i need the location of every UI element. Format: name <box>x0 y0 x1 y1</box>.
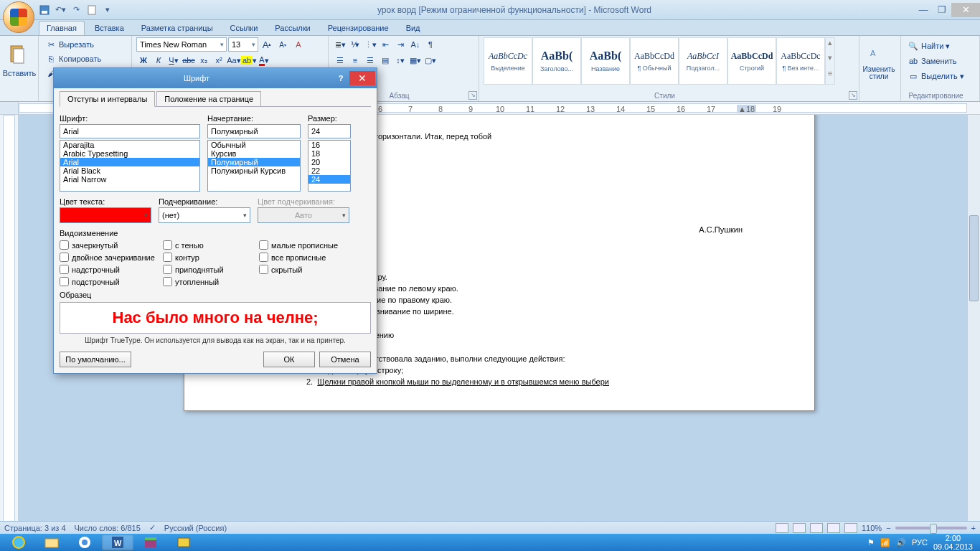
gallery-up-icon[interactable]: ▴ <box>826 38 834 53</box>
dialog-tab-font[interactable]: Отступы и интервалы <box>60 91 155 107</box>
borders-button[interactable]: ▢▾ <box>423 53 438 67</box>
font-list[interactable]: Aparajita Arabic Typesetting Arial Arial… <box>60 140 200 192</box>
check-strike[interactable]: зачеркнутый <box>60 240 160 250</box>
tray-clock[interactable]: 2:00 09.04.2013 <box>933 534 973 551</box>
cut-button[interactable]: ✂Вырезать <box>43 37 127 52</box>
zoom-in-button[interactable]: + <box>971 524 976 532</box>
tab-layout[interactable]: Разметка страницы <box>134 22 220 35</box>
check-hidden[interactable]: скрытый <box>259 265 359 274</box>
new-doc-icon[interactable] <box>85 3 99 17</box>
check-engrave[interactable]: утопленный <box>163 277 256 286</box>
subscript-button[interactable]: x₂ <box>197 53 211 67</box>
tab-view[interactable]: Вид <box>399 22 428 35</box>
shrink-font-icon[interactable]: A▾ <box>275 37 290 52</box>
highlight-button[interactable]: ab▾ <box>242 53 256 67</box>
style-heading[interactable]: AaBb(Заголово... <box>532 37 581 85</box>
tray-network-icon[interactable]: 📶 <box>880 538 890 547</box>
style-nospacing[interactable]: AaBbCcDc¶ Без инте... <box>776 37 825 85</box>
style-emphasis[interactable]: AaBbCcDcВыделение <box>484 37 532 85</box>
check-emboss[interactable]: приподнятый <box>163 265 256 274</box>
font-name-combo[interactable]: Times New Roman <box>136 37 227 52</box>
view-draft-button[interactable] <box>844 523 857 533</box>
tab-home[interactable]: Главная <box>39 21 85 35</box>
cancel-button[interactable]: Отмена <box>319 352 371 367</box>
underline-combo[interactable]: (нет) <box>159 207 250 223</box>
style-list[interactable]: Обычный Курсив Полужирный Полужирный Кур… <box>207 140 301 192</box>
styles-launcher-icon[interactable]: ↘ <box>849 91 857 100</box>
redo-icon[interactable]: ↷ <box>69 3 83 17</box>
style-subtitle[interactable]: AaBbCcIПодзагол... <box>679 37 727 85</box>
grow-font-icon[interactable]: A▴ <box>260 37 274 52</box>
sort-button[interactable]: A↓ <box>408 37 423 52</box>
zoom-level[interactable]: 110% <box>862 524 882 532</box>
bullets-button[interactable]: ≣▾ <box>333 37 347 52</box>
dialog-help-button[interactable]: ? <box>332 71 349 85</box>
check-allcaps[interactable]: все прописные <box>259 253 359 262</box>
dialog-close-button[interactable]: ✕ <box>349 71 375 85</box>
paste-button[interactable]: Вставить <box>4 37 34 85</box>
tab-review[interactable]: Рецензирование <box>321 22 396 35</box>
style-strong[interactable]: AaBbCcDdСтрогий <box>727 37 776 85</box>
indent-dec-button[interactable]: ⇤ <box>378 37 392 52</box>
view-outline-button[interactable] <box>827 523 840 533</box>
font-color-button[interactable]: A▾ <box>257 53 271 67</box>
style-title[interactable]: AaBb(Название <box>581 37 630 85</box>
taskbar-chrome-icon[interactable] <box>69 534 100 550</box>
dialog-titlebar[interactable]: Шрифт ? ✕ <box>54 68 377 88</box>
status-page[interactable]: Страница: 3 из 4 <box>4 524 66 532</box>
styles-gallery[interactable]: AaBbCcDcВыделение AaBb(Заголово... AaBb(… <box>484 37 854 85</box>
change-styles-button[interactable]: A Изменить стили <box>864 37 894 85</box>
save-icon[interactable] <box>37 3 52 17</box>
gallery-down-icon[interactable]: ▾ <box>826 53 834 68</box>
status-words[interactable]: Число слов: 6/815 <box>75 524 141 532</box>
close-button[interactable]: ✕ <box>951 3 980 17</box>
status-language[interactable]: Русский (Россия) <box>164 524 227 532</box>
underline-button[interactable]: Ч▾ <box>166 53 181 67</box>
qat-dropdown-icon[interactable]: ▾ <box>100 3 115 17</box>
style-input[interactable] <box>207 124 301 138</box>
gallery-more-icon[interactable]: ≡ <box>826 69 834 84</box>
taskbar-explorer-icon[interactable] <box>36 534 67 550</box>
undo-icon[interactable]: ↶▾ <box>53 3 67 17</box>
select-button[interactable]: ▭Выделить ▾ <box>905 69 975 83</box>
tab-references[interactable]: Ссылки <box>223 22 265 35</box>
change-case-button[interactable]: Aa▾ <box>227 53 241 67</box>
font-size-combo[interactable]: 13 <box>228 37 258 52</box>
bold-button[interactable]: Ж <box>136 53 151 67</box>
status-proofing-icon[interactable]: ✓ <box>149 523 156 532</box>
ok-button[interactable]: ОК <box>263 352 315 367</box>
indent-inc-button[interactable]: ⇥ <box>393 37 407 52</box>
ruler-vertical[interactable] <box>0 115 19 522</box>
check-smallcaps[interactable]: малые прописные <box>259 240 359 250</box>
minimize-button[interactable]: — <box>914 3 933 17</box>
superscript-button[interactable]: x² <box>212 53 226 67</box>
align-right-button[interactable]: ☰ <box>363 53 377 67</box>
view-print-layout-button[interactable] <box>776 523 788 533</box>
multilevel-button[interactable]: ⋮▾ <box>363 37 377 52</box>
numbering-button[interactable]: ⅟▾ <box>348 37 362 52</box>
find-button[interactable]: 🔍Найти ▾ <box>905 39 975 53</box>
check-sub[interactable]: подстрочный <box>60 277 160 286</box>
zoom-slider[interactable] <box>895 527 967 529</box>
check-dstrike[interactable]: двойное зачеркивание <box>60 253 160 262</box>
tray-flag-icon[interactable]: ⚑ <box>867 538 875 547</box>
tray-volume-icon[interactable]: 🔊 <box>896 538 906 547</box>
check-shadow[interactable]: с тенью <box>163 240 256 250</box>
view-fullscreen-button[interactable] <box>793 523 806 533</box>
office-button[interactable] <box>3 1 34 33</box>
scrollbar-vertical[interactable] <box>967 115 980 522</box>
align-center-button[interactable]: ≡ <box>348 53 362 67</box>
clear-format-icon[interactable]: A <box>291 37 306 52</box>
zoom-out-button[interactable]: − <box>886 524 890 532</box>
strike-button[interactable]: abc <box>182 53 196 67</box>
tray-language[interactable]: РУС <box>912 538 928 547</box>
default-button[interactable]: По умолчанию... <box>60 352 131 367</box>
copy-button[interactable]: ⎘Копировать <box>43 52 127 66</box>
italic-button[interactable]: К <box>151 53 166 67</box>
tab-mailings[interactable]: Рассылки <box>268 22 317 35</box>
size-list[interactable]: 16 18 20 22 24 <box>308 140 351 192</box>
dialog-tab-advanced[interactable]: Положение на странице <box>156 91 261 107</box>
check-super[interactable]: надстрочный <box>60 265 160 274</box>
style-normal[interactable]: AaBbCcDd¶ Обычный <box>630 37 679 85</box>
view-web-button[interactable] <box>810 523 823 533</box>
